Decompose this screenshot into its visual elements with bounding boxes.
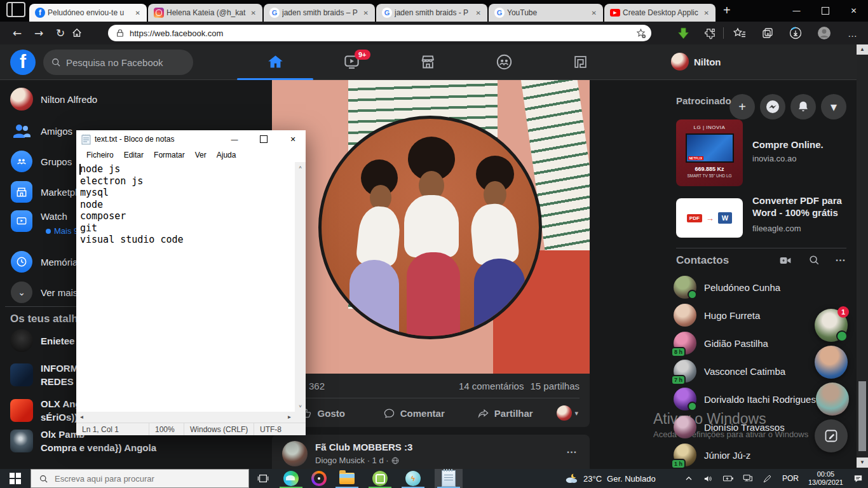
power-battery-icon[interactable]	[721, 474, 736, 483]
extensions-puzzle-icon[interactable]	[704, 27, 716, 39]
menu-ajuda[interactable]: Ajuda	[212, 151, 241, 159]
back-icon[interactable]: ←	[6, 27, 28, 39]
tab-marketplace[interactable]	[390, 44, 466, 79]
contact-row[interactable]: Peludóneo Cunha	[668, 273, 853, 301]
tab-close-icon[interactable]: ✕	[589, 8, 599, 18]
comment-button[interactable]: Comentar	[368, 403, 459, 423]
browser-tab-search-1[interactable]: G jaden smith braids – P ✕	[264, 4, 375, 22]
window-maximize-button[interactable]	[811, 0, 839, 22]
tab-groups[interactable]	[466, 44, 542, 79]
browser-menu-icon[interactable]: …	[848, 28, 858, 39]
scroll-left-icon[interactable]: ◄	[76, 412, 87, 423]
menu-ver[interactable]: Ver	[190, 151, 212, 159]
refresh-icon[interactable]: ↻	[50, 27, 71, 39]
browser-tab-facebook[interactable]: f Peludóneo enviou-te u ✕	[29, 4, 147, 22]
taskbar-app-notepad[interactable]	[435, 469, 463, 488]
tab-home[interactable]	[237, 44, 313, 79]
page-scrollbar[interactable]: ▲ ▼	[857, 44, 868, 469]
menu-formatar[interactable]: Formatar	[149, 151, 190, 159]
collections-icon[interactable]	[761, 27, 774, 39]
taskbar-app-file-explorer[interactable]	[333, 469, 361, 488]
new-message-button[interactable]	[815, 419, 848, 452]
chat-head[interactable]	[816, 383, 849, 416]
messenger-button[interactable]	[760, 94, 785, 119]
notepad-window[interactable]: text.txt - Bloco de notas — ✕ Ficheiro E…	[76, 130, 306, 435]
facebook-logo[interactable]: f	[10, 50, 36, 75]
account-menu-button[interactable]: ▾	[821, 94, 846, 119]
tab-close-icon[interactable]: ✕	[248, 8, 259, 18]
ad-headline[interactable]: Compre Online.	[752, 139, 849, 151]
chat-head[interactable]	[815, 346, 848, 379]
address-bar[interactable]: https://web.facebook.com	[108, 25, 651, 41]
share-button[interactable]: Partilhar	[459, 403, 550, 423]
download-manager-extension-icon[interactable]	[677, 27, 689, 39]
new-tab-button[interactable]: +	[723, 3, 731, 18]
notepad-vertical-scrollbar[interactable]: ˄ ˅	[295, 162, 306, 412]
create-button[interactable]: +	[729, 94, 755, 119]
taskbar-app-teal[interactable]: ϟ	[399, 469, 427, 488]
share-count[interactable]: 15 partilhas	[530, 381, 580, 391]
tab-close-icon[interactable]: ✕	[133, 8, 143, 18]
tab-gaming[interactable]	[542, 44, 618, 79]
network-icon[interactable]	[740, 473, 756, 484]
add-favorite-star-icon[interactable]	[635, 28, 646, 39]
tab-watch[interactable]: 9+	[313, 44, 390, 79]
favorites-list-icon[interactable]	[733, 27, 746, 39]
url-text[interactable]: https://web.facebook.com	[130, 29, 635, 38]
menu-editar[interactable]: Editar	[119, 151, 149, 159]
scroll-down-icon[interactable]: ▼	[857, 458, 868, 468]
browser-home-icon[interactable]	[71, 27, 93, 39]
notepad-horizontal-scrollbar[interactable]: ◄ ►	[76, 412, 295, 423]
task-view-button[interactable]	[249, 469, 277, 488]
taskbar-app-green[interactable]	[366, 469, 394, 488]
notepad-text-area[interactable]: node js electron js mysql node composer …	[76, 162, 295, 412]
chat-head[interactable]: 1	[815, 309, 848, 342]
like-count[interactable]: 362	[309, 381, 325, 391]
notepad-close-button[interactable]: ✕	[280, 130, 306, 148]
window-close-button[interactable]: ✕	[839, 0, 868, 22]
scroll-up-icon[interactable]: ˄	[295, 162, 306, 173]
profile-chip[interactable]: Nilton	[671, 53, 721, 71]
comment-count[interactable]: 14 comentários	[459, 381, 524, 391]
ad-headline[interactable]: Converter PDF para Word - 100% grátis	[752, 194, 849, 219]
notepad-minimize-button[interactable]: —	[222, 130, 247, 148]
browser-profile-avatar[interactable]	[817, 26, 831, 40]
notifications-button[interactable]	[790, 94, 816, 119]
browser-tab-instagram[interactable]: Helena Kateia (@h_kat ✕	[148, 4, 262, 22]
browser-tab-youtube[interactable]: G YouTube ✕	[489, 4, 603, 22]
taskbar-weather[interactable]: 23°C Ger. Nublado	[564, 473, 656, 484]
share-as-profile[interactable]: ▾	[550, 405, 585, 421]
ad-domain[interactable]: inovia.co.ao	[752, 154, 796, 163]
pen-icon[interactable]	[760, 473, 775, 484]
start-button[interactable]	[0, 469, 31, 488]
window-minimize-button[interactable]: —	[782, 0, 811, 22]
new-room-icon[interactable]	[779, 254, 792, 267]
browser-tab-create-desktop[interactable]: ▶ Create Desktop Applic ✕	[604, 4, 715, 22]
scroll-right-icon[interactable]: ►	[284, 412, 295, 423]
action-center-icon[interactable]	[850, 473, 865, 484]
taskbar-search[interactable]	[31, 469, 249, 488]
language-indicator[interactable]: POR	[780, 474, 801, 483]
tab-close-icon[interactable]: ✕	[702, 8, 712, 18]
taskbar-clock[interactable]: 00:05 13/09/2021	[806, 470, 846, 487]
notepad-maximize-button[interactable]	[251, 130, 276, 148]
group-name[interactable]: Fã Club MOBBERS :3	[315, 442, 412, 452]
menu-ficheiro[interactable]: Ficheiro	[81, 151, 119, 159]
tray-expand-icon[interactable]	[681, 475, 696, 482]
ad-image-pdf-word[interactable]: PDF → W	[676, 198, 743, 238]
contacts-menu-icon[interactable]: …	[835, 252, 847, 264]
forward-icon[interactable]: →	[28, 27, 50, 39]
post-menu-icon[interactable]: …	[566, 444, 578, 456]
volume-icon[interactable]	[701, 473, 716, 484]
taskbar-app-edge[interactable]	[277, 469, 305, 488]
facebook-search[interactable]: Pesquisa no Facebook	[43, 50, 193, 75]
notepad-title-bar[interactable]: text.txt - Bloco de notas — ✕	[76, 130, 306, 148]
tab-close-icon[interactable]: ✕	[473, 8, 484, 18]
contacts-search-icon[interactable]	[808, 254, 820, 266]
tab-close-icon[interactable]: ✕	[361, 8, 371, 18]
taskbar-search-input[interactable]	[53, 473, 234, 484]
browser-tab-search-2[interactable]: G jaden smith braids - P ✕	[376, 4, 487, 22]
taskbar-app-media[interactable]	[305, 469, 333, 488]
downloads-icon[interactable]	[789, 27, 802, 39]
group-avatar[interactable]	[282, 441, 308, 466]
